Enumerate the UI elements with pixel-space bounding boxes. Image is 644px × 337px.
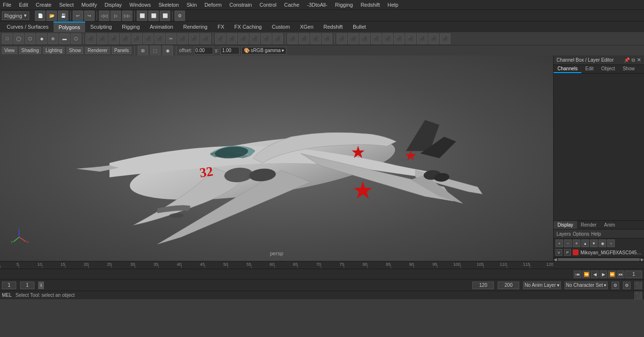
panels-btn[interactable]: Panels	[112, 47, 131, 54]
play-forward-btn[interactable]: ▶	[600, 271, 607, 278]
layer-ref-btn[interactable]: ○	[607, 239, 615, 247]
tab-curves-surfaces[interactable]: Curves / Surfaces	[2, 22, 53, 32]
tb-select8[interactable]: ⬛	[417, 33, 427, 44]
go-end-btn[interactable]: ⏭	[617, 271, 624, 278]
tb-reduce[interactable]: ⬛	[273, 33, 283, 44]
timeline-ticks[interactable]: 1510152025303540455055606570758085909510…	[0, 261, 644, 269]
right-panel-scrollbar[interactable]: ◀ ▶	[554, 257, 644, 261]
layer-remove-btn[interactable]: −	[564, 239, 572, 247]
panel-close-icon[interactable]: ✕	[637, 57, 641, 63]
layer-row[interactable]: V P Mikoyan_MiGFBXASC04531_Su...	[554, 248, 644, 257]
tb-multi-cut[interactable]: ⬛	[177, 33, 188, 44]
shading-btn[interactable]: Shading	[19, 47, 42, 54]
new-file-btn[interactable]: 📄	[35, 11, 45, 21]
ch-tab-channels[interactable]: Channels	[554, 65, 581, 73]
tab-bullet[interactable]: Bullet	[348, 22, 371, 32]
offset-input[interactable]	[194, 47, 213, 54]
menu-cache[interactable]: Cache	[283, 2, 300, 8]
tb-split[interactable]: ⬛	[143, 33, 153, 44]
tb-plane[interactable]: ▬	[59, 33, 70, 44]
menu-redshift[interactable]: Redshift	[360, 2, 381, 8]
char-set-dropdown[interactable]: No Character Set ▾	[565, 282, 608, 289]
step-forward-btn[interactable]: ⏩	[608, 271, 616, 278]
tb-separate[interactable]: ⬛	[227, 33, 237, 44]
layer-vis-p[interactable]: P	[564, 249, 571, 256]
layers-menu-options[interactable]: Options	[573, 231, 589, 237]
menu-deform[interactable]: Deform	[204, 2, 223, 8]
play-back-btn[interactable]: ◀	[591, 271, 599, 278]
range-end-input[interactable]	[472, 282, 494, 289]
go-start-btn[interactable]: ⏮	[574, 271, 581, 278]
smooth-btn[interactable]: ◉	[163, 45, 173, 56]
tab-rendering[interactable]: Rendering	[178, 22, 212, 32]
tab-fx-caching[interactable]: FX Caching	[229, 22, 266, 32]
tb-bevel[interactable]: ⬛	[109, 33, 119, 44]
tb-torus[interactable]: ⊕	[48, 33, 58, 44]
tb-uv3[interactable]: ⬛	[310, 33, 321, 44]
tb-diamond[interactable]: ◆	[36, 33, 47, 44]
disp-tab-display[interactable]: Display	[554, 221, 577, 229]
render-btn[interactable]: ⬜	[137, 11, 147, 21]
tab-redshift[interactable]: Redshift	[319, 22, 348, 32]
layer-up-btn[interactable]: ▲	[581, 239, 589, 247]
layer-vis-btn[interactable]: ◉	[599, 239, 606, 247]
tab-xgen[interactable]: XGen	[295, 22, 318, 32]
bottom-prefs-btn[interactable]: ⬛	[634, 282, 642, 289]
layer-down-btn[interactable]: ▼	[590, 239, 598, 247]
gamma-input[interactable]	[220, 47, 240, 54]
tab-polygons[interactable]: Polygons	[54, 22, 85, 32]
tb-fill[interactable]: ⬛	[131, 33, 142, 44]
tb-subdivide[interactable]: ⬛	[250, 33, 260, 44]
show-btn[interactable]: Show	[66, 47, 83, 54]
renderer-btn[interactable]: Renderer	[85, 47, 110, 54]
wireframe-btn[interactable]: ⬚	[150, 45, 161, 56]
step-back-btn[interactable]: ⏪	[582, 271, 590, 278]
menu-select[interactable]: Select	[58, 2, 75, 8]
scene-btn[interactable]: ⬜	[148, 11, 159, 21]
open-file-btn[interactable]: 📂	[46, 11, 57, 21]
tab-animation[interactable]: Animation	[145, 22, 178, 32]
tb-select6[interactable]: ⬛	[394, 33, 404, 44]
tb-select7[interactable]: ⬛	[405, 33, 416, 44]
tb-select2[interactable]: ⬛	[348, 33, 359, 44]
menu-help[interactable]: Help	[387, 2, 400, 8]
menu-skeleton[interactable]: Skeleton	[157, 2, 180, 8]
mode-dropdown[interactable]: Rigging ▾	[2, 11, 29, 20]
tb-target-weld[interactable]: ⬛	[200, 33, 211, 44]
status-settings-btn[interactable]: ⬛	[634, 292, 642, 299]
disp-tab-render[interactable]: Render	[577, 221, 600, 229]
tab-sculpting[interactable]: Sculpting	[86, 22, 117, 32]
menu-edit[interactable]: Edit	[18, 2, 29, 8]
tb-cube[interactable]: □	[2, 33, 12, 44]
menu-modify[interactable]: Modify	[80, 2, 98, 8]
menu-constrain[interactable]: Constrain	[229, 2, 253, 8]
tb-cylinder[interactable]: ⬡	[25, 33, 35, 44]
viewport[interactable]: 32 МД ВМФ РОСИИ X	[0, 55, 553, 261]
tb-uv2[interactable]: ⬛	[299, 33, 309, 44]
tb-bool[interactable]: ⬛	[238, 33, 249, 44]
ch-tab-object[interactable]: Object	[598, 65, 619, 73]
shader-btn[interactable]: ⬜	[160, 11, 170, 21]
current-frame-input[interactable]	[625, 271, 642, 278]
tb-smooth[interactable]: ⬛	[261, 33, 272, 44]
tb-select5[interactable]: ⬛	[382, 33, 393, 44]
tab-custom[interactable]: Custom	[267, 22, 295, 32]
tb-bridge[interactable]: ⬛	[97, 33, 108, 44]
tb-select3[interactable]: ⬛	[360, 33, 370, 44]
panel-float-icon[interactable]: ⧉	[632, 57, 635, 63]
prev-key-btn[interactable]: ◁◁	[99, 11, 109, 21]
menu-rigging[interactable]: Rigging	[334, 2, 354, 8]
save-file-btn[interactable]: 💾	[58, 11, 68, 21]
grid-btn[interactable]: ⊞	[138, 45, 148, 56]
tb-sphere[interactable]: ◯	[13, 33, 24, 44]
tb-uv4[interactable]: ⬛	[322, 33, 332, 44]
tb-merge[interactable]: ⬛	[120, 33, 131, 44]
tb-select4[interactable]: ⬛	[371, 33, 382, 44]
tb-select9[interactable]: ⬛	[428, 33, 439, 44]
menu-create[interactable]: Create	[35, 2, 53, 8]
panel-pin-icon[interactable]: 📌	[624, 57, 630, 63]
tb-extrude[interactable]: ⬛	[86, 33, 96, 44]
layer-vis-v[interactable]: V	[556, 249, 562, 256]
start-frame-input[interactable]	[2, 282, 16, 289]
lighting-btn[interactable]: Lighting	[43, 47, 65, 54]
